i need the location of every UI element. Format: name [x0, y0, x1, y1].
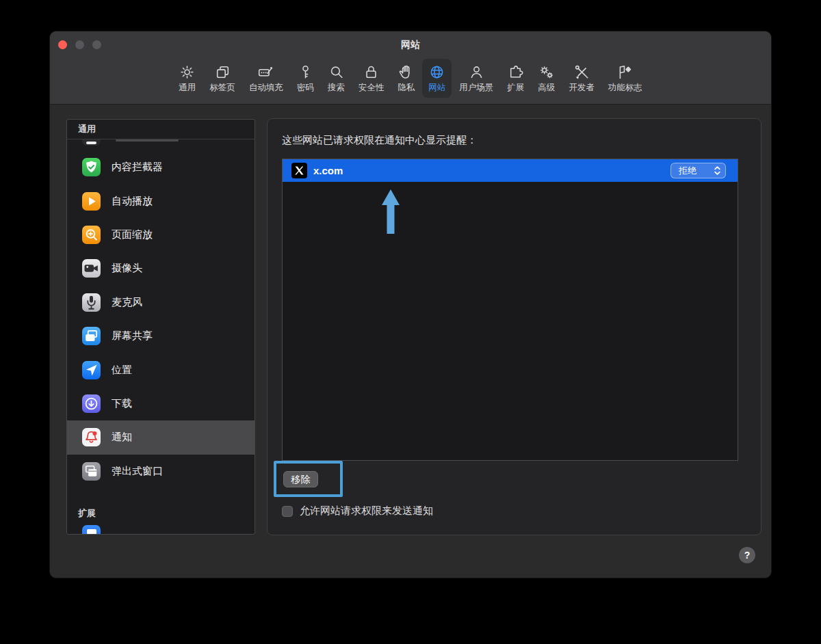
tab-label: 隐私: [398, 82, 415, 94]
pane-heading: 这些网站已请求权限在通知中心显示提醒：: [282, 134, 477, 147]
key-icon: [297, 64, 314, 81]
tab-profiles[interactable]: 用户场景: [453, 59, 499, 98]
titlebar: 网站: [50, 31, 771, 58]
tab-developer[interactable]: 开发者: [562, 59, 601, 98]
tab-label: 开发者: [569, 82, 595, 94]
search-icon: [328, 64, 345, 81]
window-chrome: 网站 通用 标签页 自动填充 密码 搜索 安全性 隐私 网站 用户场景 扩展 高…: [50, 31, 771, 105]
screens-icon: [82, 327, 101, 345]
tab-label: 安全性: [359, 82, 385, 94]
tab-label: 功能标志: [608, 82, 642, 94]
tab-label: 搜索: [328, 82, 345, 94]
tab-label: 通用: [179, 82, 196, 94]
shield-check-icon: [82, 158, 101, 176]
x-logo-icon: [291, 163, 307, 178]
sidebar-item-content-blockers[interactable]: 内容拦截器: [67, 150, 255, 184]
partially-visible-item: [67, 139, 255, 150]
tab-security[interactable]: 安全性: [352, 59, 391, 98]
clipped-app-icon: [82, 139, 101, 146]
up-arrow-annotation: [381, 189, 400, 234]
sidebar-item-screen-sharing[interactable]: 屏幕共享: [67, 319, 255, 353]
popup-icon: [82, 462, 101, 481]
highlight-box-annotation: 移除: [274, 461, 343, 497]
tab-label: 网站: [428, 82, 445, 94]
tab-general[interactable]: 通用: [172, 59, 202, 98]
sidebar-item-microphone[interactable]: 麦克风: [67, 286, 255, 319]
table-row[interactable]: x.com 拒绝: [283, 159, 738, 182]
window-title: 网站: [50, 31, 771, 58]
sidebar-item-camera[interactable]: 摄像头: [67, 252, 255, 285]
sidebar-item-popup-windows[interactable]: 弹出式窗口: [67, 455, 255, 488]
tab-autofill[interactable]: 自动填充: [243, 59, 289, 98]
permission-dropdown[interactable]: 拒绝: [670, 163, 726, 178]
tab-feature-flags[interactable]: 功能标志: [602, 59, 649, 98]
sidebar-item-downloads[interactable]: 下载: [67, 387, 255, 420]
tab-label: 扩展: [507, 82, 524, 94]
sidebar-item-label: 屏幕共享: [112, 330, 153, 343]
clipped-extension-icon: [82, 525, 101, 535]
allow-permission-row: 允许网站请求权限来发送通知: [282, 505, 433, 518]
sidebar-item-label: 弹出式窗口: [112, 465, 163, 478]
puzzle-icon: [507, 64, 524, 81]
sidebar-item-label: 自动播放: [112, 195, 153, 208]
sidebar-item-notifications[interactable]: 通知: [67, 420, 255, 454]
chevron-up-down-icon: [714, 165, 721, 176]
sidebar: 通用 内容拦截器 自动播放 页面缩放 摄像头 麦克风 屏幕共享 位置 下载 通知…: [66, 119, 255, 535]
clipped-label: [116, 139, 179, 142]
websites-notifications-pane: 这些网站已请求权限在通知中心显示提醒： x.com 拒绝 移除 允许网站请求权限…: [267, 118, 761, 535]
sidebar-item-label: 下载: [112, 397, 132, 410]
camera-icon: [82, 259, 101, 278]
sidebar-section-extensions: 扩展: [67, 507, 255, 520]
tab-search[interactable]: 搜索: [322, 59, 351, 98]
tab-advanced[interactable]: 高级: [532, 59, 561, 98]
tab-tabs[interactable]: 标签页: [203, 59, 242, 98]
sidebar-item-location[interactable]: 位置: [67, 353, 255, 386]
sidebar-item-label: 麦克风: [112, 296, 142, 309]
tab-label: 自动填充: [249, 82, 283, 94]
tab-label: 密码: [297, 82, 314, 94]
help-button[interactable]: ?: [739, 547, 755, 563]
gears-icon: [538, 64, 555, 81]
allow-permission-label: 允许网站请求权限来发送通知: [300, 505, 433, 518]
tools-icon: [573, 64, 590, 81]
location-arrow-icon: [82, 361, 101, 379]
sidebar-item-page-zoom[interactable]: 页面缩放: [67, 218, 255, 252]
remove-button[interactable]: 移除: [283, 471, 318, 487]
sidebar-item-label: 通知: [112, 431, 132, 444]
autofill-icon: [257, 64, 274, 81]
sidebar-section-general: 通用: [67, 120, 255, 139]
person-icon: [468, 64, 485, 81]
toolbar-tabs: 通用 标签页 自动填充 密码 搜索 安全性 隐私 网站 用户场景 扩展 高级 开…: [50, 58, 771, 104]
allow-permission-checkbox[interactable]: [282, 506, 293, 517]
tab-websites[interactable]: 网站: [422, 59, 452, 98]
tab-label: 高级: [538, 82, 555, 94]
permission-value: 拒绝: [679, 165, 714, 177]
flags-icon: [616, 64, 634, 81]
bell-icon: [82, 428, 101, 446]
sidebar-item-label: 内容拦截器: [112, 161, 163, 174]
websites-table[interactable]: x.com 拒绝: [282, 159, 738, 461]
sidebar-item-auto-play[interactable]: 自动播放: [67, 184, 255, 217]
tab-extensions[interactable]: 扩展: [501, 59, 530, 98]
zoom-plus-icon: [82, 226, 101, 244]
play-icon: [82, 192, 101, 211]
sidebar-item-label: 位置: [112, 364, 132, 377]
sidebar-item-label: 页面缩放: [112, 228, 153, 241]
gear-icon: [179, 64, 196, 81]
sidebar-list: 内容拦截器 自动播放 页面缩放 摄像头 麦克风 屏幕共享 位置 下载 通知 弹出…: [67, 150, 255, 488]
tabs-icon: [214, 64, 231, 81]
sidebar-item-label: 摄像头: [112, 262, 142, 275]
tab-label: 用户场景: [459, 82, 493, 94]
safari-settings-window: 网站 通用 标签页 自动填充 密码 搜索 安全性 隐私 网站 用户场景 扩展 高…: [49, 31, 772, 578]
microphone-icon: [82, 293, 101, 312]
lock-icon: [363, 64, 380, 81]
tab-privacy[interactable]: 隐私: [391, 59, 421, 98]
hand-icon: [398, 64, 415, 81]
tab-passwords[interactable]: 密码: [291, 59, 320, 98]
site-name: x.com: [313, 165, 670, 176]
tab-label: 标签页: [209, 82, 235, 94]
globe-icon: [428, 64, 445, 81]
download-circle-icon: [82, 394, 101, 413]
